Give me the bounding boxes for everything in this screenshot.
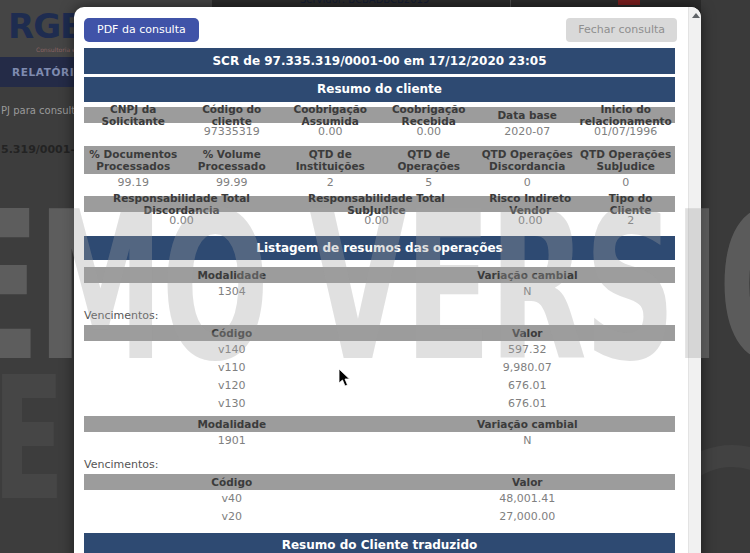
col-header: Responsabilidade Total SubJudice [279, 192, 474, 216]
cell-value: 99.99 [182, 177, 280, 190]
cell-value: 597.32 [380, 344, 676, 357]
cell-value: 5 [379, 177, 477, 190]
vencimento-row: v140 597.32 [84, 341, 675, 359]
modalidade-table-header: Modalidade Variação cambial [84, 416, 675, 432]
cell-value: v40 [84, 493, 380, 506]
modalidade-table-row: 1901 N [84, 432, 675, 450]
resp-table-header: Responsabilidade Total Discordancia Resp… [84, 196, 675, 212]
cell-value: 27,000.00 [380, 511, 676, 524]
cell-value: v130 [84, 398, 380, 411]
scroll-up-icon[interactable] [692, 13, 700, 18]
vencimento-row: v120 676.01 [84, 377, 675, 395]
col-header: Código [84, 476, 380, 488]
scr-consulta-modal: PDF da consulta Fechar consulta SCR de 9… [74, 7, 701, 553]
cnpj-consulta-label: PJ para consulta [1, 105, 81, 116]
section-resumo-traduzido: Resumo do Cliente traduzido [84, 533, 675, 553]
section-resumo-cliente: Resumo do cliente [84, 77, 675, 102]
cell-value: 2020-07 [478, 126, 576, 139]
fechar-consulta-button[interactable]: Fechar consulta [566, 18, 677, 42]
cell-value: 0 [576, 177, 674, 190]
col-header: Modalidade [84, 269, 380, 281]
cell-value: 1901 [84, 435, 380, 448]
cell-value: 676.01 [380, 398, 676, 411]
cell-value: 0.00 [84, 215, 279, 228]
col-header: Responsabilidade Total Discordancia [84, 192, 279, 216]
modal-toolbar: PDF da consulta Fechar consulta [84, 18, 675, 42]
vencimentos-label: Vencimentos: [84, 309, 675, 323]
col-header: QTD Operações Discordancia [478, 148, 576, 172]
stats-table-row: 99.19 99.99 2 5 0 0 [84, 174, 675, 192]
col-header: Modalidade [84, 418, 380, 430]
cell-value: 0.00 [379, 126, 477, 139]
vencimento-row: v20 27,000.00 [84, 508, 675, 526]
section-listagem-operacoes: Listagem de resumos das operações [84, 236, 675, 260]
cell-value: 2 [281, 177, 379, 190]
modal-scrollbar[interactable] [688, 7, 701, 553]
cell-value: 0.00 [281, 126, 379, 139]
vencimento-row: v40 48,001.41 [84, 490, 675, 508]
cell-value: v140 [84, 344, 380, 357]
cell-value: 2 [586, 215, 675, 228]
vencimentos-label: Vencimentos: [84, 458, 675, 472]
modalidade-table-header: Modalidade Variação cambial [84, 267, 675, 283]
col-header: % Volume Processado [182, 148, 280, 172]
col-header: CNPJ da Solicitante [84, 103, 182, 127]
modal-title-bar: SCR de 97.335.319/0001-00 em 17/12/2020 … [84, 48, 675, 74]
col-header: Código do cliente [182, 103, 280, 127]
col-header: Variação cambial [380, 418, 676, 430]
cell-value: v110 [84, 362, 380, 375]
screen: RGB Consultoria e Tecnologia Servidor: B… [0, 0, 750, 553]
modal-content: PDF da consulta Fechar consulta SCR de 9… [84, 7, 675, 553]
col-header: QTD de Instituições [281, 148, 379, 172]
col-header: % Documentos Processados [84, 148, 182, 172]
col-header: Data base [478, 109, 576, 121]
logout-button-fragment [618, 0, 640, 5]
col-header: Risco Indireto Vendor [474, 192, 586, 216]
stats-table-header: % Documentos Processados % Volume Proces… [84, 146, 675, 174]
cell-value: 01/07/1996 [576, 126, 674, 139]
resp-table-row: 0.00 0.00 0.00 2 [84, 212, 675, 230]
cell-value: 0.00 [474, 215, 586, 228]
col-header: Coobrigação Recebida [379, 103, 477, 127]
cell-value: 1304 [84, 286, 380, 299]
overlay-right [701, 0, 750, 553]
cell-value: 9,980.07 [380, 362, 676, 375]
cell-value: 99.19 [84, 177, 182, 190]
col-header: Coobrigação Assumida [281, 103, 379, 127]
col-header: Código [84, 327, 380, 339]
cell-value: N [380, 286, 676, 299]
cell-value: 48,001.41 [380, 493, 676, 506]
vencimento-row: v130 676.01 [84, 395, 675, 413]
cell-value: v20 [84, 511, 380, 524]
cell-value: v120 [84, 380, 380, 393]
col-header: Tipo do Cliente [586, 192, 675, 216]
cell-value: 0 [478, 177, 576, 190]
col-header: Inicio do relacionamento [576, 103, 674, 127]
vencimentos-table-header: Código Valor [84, 325, 675, 341]
cell-value: 97335319 [182, 126, 280, 139]
server-label: Servidor: BCBADBCB2019 [300, 0, 429, 5]
col-header: Valor [380, 476, 676, 488]
col-header: QTD Operações SubJudice [576, 148, 674, 172]
col-header: QTD de Operações [379, 148, 477, 172]
client-table-header: CNPJ da Solicitante Código do cliente Co… [84, 107, 675, 123]
vencimento-row: v110 9,980.07 [84, 359, 675, 377]
cell-value: N [380, 435, 676, 448]
col-header: Valor [380, 327, 676, 339]
cell-value: 676.01 [380, 380, 676, 393]
modalidade-table-row: 1304 N [84, 283, 675, 301]
cell-value: 0.00 [279, 215, 474, 228]
pdf-consulta-button[interactable]: PDF da consulta [84, 18, 199, 42]
vencimentos-table-header: Código Valor [84, 474, 675, 490]
col-header: Variação cambial [380, 269, 676, 281]
